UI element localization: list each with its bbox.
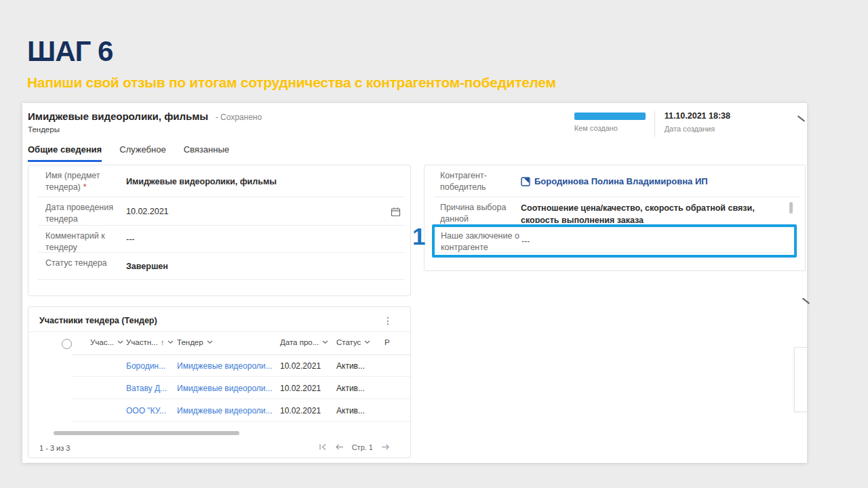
record-title: Имиджевые видеоролики, фильмы [28,110,208,122]
column-header-participant[interactable]: Участн... ↑ [126,338,174,346]
table-row: Ватаву Д... Имиджевые видеороли... 10.02… [28,377,410,399]
tab-bar: Общие сведения Служебное Связанные [28,142,247,162]
field-row-name: Имя (предмет тендера)* Имиджевые видеоро… [28,165,410,197]
tender-link[interactable]: Имиджевые видеороли... [177,406,273,415]
table-row: Бородин... Имиджевые видеороли... 10.02.… [28,354,410,377]
highlighted-conclusion-field: Наше заключение о контрагенте --- [432,224,797,258]
save-status: - Сохранено [216,113,262,122]
field-value-winner: Бородинова Полина Владимировна ИП [521,165,708,197]
field-label-tender-date: Дата проведения тендера [45,202,124,225]
tab-general-label: Общие сведения [28,144,102,155]
more-options-icon[interactable]: ⋮ [380,314,395,327]
date-cell: 10.02.2021 [280,399,321,422]
tab-general[interactable]: Общие сведения [28,142,102,162]
created-on-value: 11.10.2021 18:38 [665,111,730,121]
status-cell: Актив... [336,377,365,399]
select-all-checkbox[interactable] [62,339,72,349]
field-label-conclusion: Наше заключение о контрагенте [441,230,519,253]
first-page-icon[interactable] [315,442,331,452]
winner-fields-card: Контрагент-победитель Бородинова Полина … [424,165,806,271]
created-by-label: Кем создано [574,124,650,132]
field-row-reason: Причина выбора данной организации Соотно… [425,197,805,225]
field-row-winner: Контрагент-победитель Бородинова Полина … [425,165,805,197]
pen-annotation-mark [797,115,805,122]
field-divider [436,252,793,253]
column-header-participant-short[interactable]: Учас... [90,338,123,346]
participant-link[interactable]: Бородин... [126,361,165,371]
field-label-winner: Контрагент-победитель [440,170,519,193]
required-asterisk: * [83,182,87,192]
column-header-status[interactable]: Статус [336,338,370,346]
date-cell: 10.02.2021 [280,377,321,399]
field-label-name: Имя (предмет тендера)* [45,170,124,193]
record-meta: Кем создано 11.10.2021 18:38 Дата создан… [574,111,730,137]
calendar-icon[interactable] [391,207,401,220]
pagination: Стр. 1 [315,442,394,452]
tender-link[interactable]: Имиджевые видеороли... [177,361,273,371]
row-divider [71,421,410,422]
callout-step-number: 1 [412,223,425,250]
participant-link[interactable]: Ватаву Д... [126,384,167,393]
step-subtitle: Напиши свой отзыв по итогам сотрудничест… [27,75,556,91]
tab-related[interactable]: Связанные [184,142,229,162]
winner-lookup-link[interactable]: Бородинова Полина Владимировна ИП [521,176,708,186]
field-value-tender-date[interactable]: 10.02.2021 [126,197,169,226]
step-title: ШАГ 6 [27,35,113,68]
grid-footer: 1 - 3 из 3 Стр. 1 [28,440,410,458]
previous-page-icon[interactable] [331,442,348,452]
chevron-down-icon [167,340,174,344]
column-label: Р [384,338,390,346]
column-label: Статус [336,338,361,346]
meta-divider [654,111,655,137]
field-value-name[interactable]: Имиджевые видеоролики, фильмы [126,165,277,197]
contact-icon [521,177,530,186]
column-label: Дата про... [280,338,319,346]
column-label: Тендер [177,338,203,346]
field-value-conclusion[interactable]: --- [521,227,530,255]
participant-link[interactable]: ООО "КУ... [126,406,166,415]
participants-card: Участники тендера (Тендер) ⋮ Учас... Уча… [28,306,411,458]
column-label: Участн... [126,338,158,346]
field-label-comment: Комментарий к тендеру [45,230,124,253]
field-scrollbar-thumb[interactable] [789,202,793,214]
field-divider [38,279,405,280]
field-label-status: Статус тендера [45,258,124,269]
column-header-date[interactable]: Дата про... [280,338,328,346]
created-by-redacted-value [574,113,646,120]
tab-service-label: Служебное [119,144,166,155]
field-value-reason[interactable]: Соотношение цена/качество, скорость обра… [521,197,787,225]
general-fields-card: Имя (предмет тендера)* Имиджевые видеоро… [28,165,411,296]
reason-text: Соотношение цена/качество, скорость обра… [521,202,787,223]
winner-lookup-label: Бородинова Полина Владимировна ИП [534,176,708,186]
field-row-comment: Комментарий к тендеру --- [28,226,410,253]
field-value-comment[interactable]: --- [126,226,135,253]
status-cell: Актив... [336,399,365,422]
sort-ascending-icon: ↑ [161,338,165,346]
chevron-down-icon [364,340,370,344]
next-page-icon[interactable] [377,442,394,452]
chevron-down-icon [207,340,213,344]
date-cell: 10.02.2021 [280,354,321,377]
table-row: ООО "КУ... Имиджевые видеороли... 10.02.… [28,399,410,422]
side-flyout-edge [794,347,807,412]
subgrid-title: Участники тендера (Тендер) [39,316,157,325]
record-header: Имиджевые видеоролики, фильмы - Сохранен… [28,110,262,123]
record-count: 1 - 3 из 3 [39,444,70,452]
crm-window: Имиджевые видеоролики, фильмы - Сохранен… [22,103,807,463]
column-header-clipped[interactable]: Р [384,338,390,346]
field-row-status: Статус тендера Завершен [28,253,410,280]
column-header-tender[interactable]: Тендер [177,338,213,346]
created-on-label: Дата создания [665,125,730,133]
entity-breadcrumb: Тендеры [28,125,60,134]
pen-annotation-mark [802,298,810,304]
tender-link[interactable]: Имиджевые видеороли... [177,384,273,393]
chevron-down-icon [117,340,123,344]
column-label: Учас... [90,338,114,346]
page-number-label: Стр. 1 [352,443,373,451]
grid-header-row: Учас... Участн... ↑ Тендер Дата про... С… [28,332,410,354]
field-value-status[interactable]: Завершен [126,253,168,280]
tab-related-label: Связанные [184,144,229,155]
horizontal-scrollbar-thumb[interactable] [54,431,239,435]
field-row-tender-date: Дата проведения тендера 10.02.2021 [28,197,410,226]
tab-service[interactable]: Служебное [119,142,166,162]
